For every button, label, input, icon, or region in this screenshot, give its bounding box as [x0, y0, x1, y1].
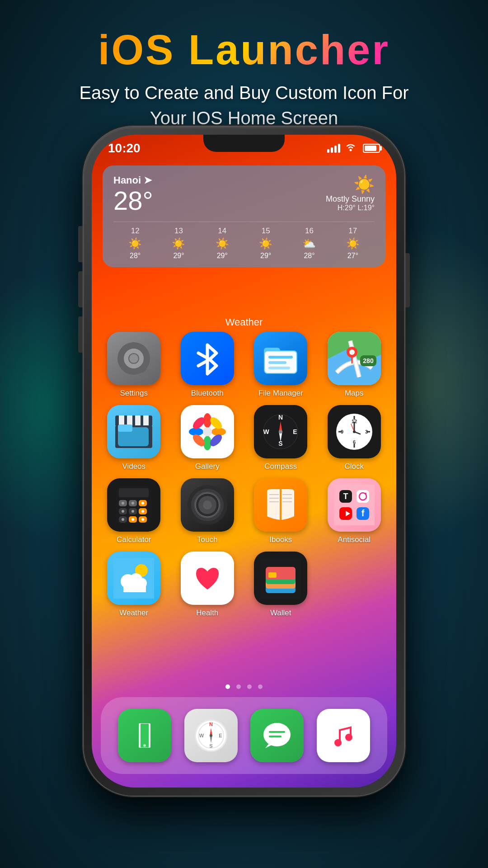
- svg-rect-5: [132, 368, 136, 375]
- weather-forecast: 12 ☀️ 28° 13 ☀️ 29° 14 ☀️ 29°: [113, 222, 375, 260]
- forecast-day-6: 17 ☀️ 27°: [331, 226, 375, 260]
- weather-app-icon: [107, 552, 160, 605]
- app-health[interactable]: Health: [173, 552, 243, 618]
- svg-rect-17: [268, 361, 286, 364]
- svg-point-85: [131, 518, 134, 521]
- svg-point-86: [141, 518, 144, 521]
- maps-icon: 280: [328, 332, 381, 385]
- antisocial-icon: T f: [328, 478, 381, 532]
- clock-label: Clock: [344, 462, 364, 471]
- svg-text:E: E: [219, 733, 222, 738]
- svg-point-42: [203, 427, 212, 436]
- touch-icon: [181, 478, 234, 532]
- svg-text:E: E: [293, 428, 297, 435]
- svg-point-52: [279, 430, 282, 434]
- dock-safari[interactable]: N E S W: [184, 709, 238, 762]
- svg-point-12: [129, 354, 138, 363]
- wifi-icon: [345, 142, 357, 154]
- svg-point-78: [122, 502, 124, 505]
- app-clock[interactable]: 12 3 6 9 Clock: [319, 405, 389, 471]
- svg-point-82: [131, 510, 134, 513]
- svg-point-79: [131, 502, 134, 505]
- status-time: 10:20: [108, 141, 141, 156]
- app-gallery[interactable]: Gallery: [173, 405, 243, 471]
- svg-text:W: W: [199, 733, 204, 738]
- svg-rect-100: [334, 485, 375, 525]
- dock-phone[interactable]: [118, 709, 171, 762]
- weather-temp: 28°: [113, 186, 153, 215]
- forecast-day-2: 13 ☀️ 29°: [157, 226, 200, 260]
- status-icons: [327, 142, 380, 154]
- app-calculator[interactable]: Calculator: [99, 478, 169, 544]
- svg-point-83: [141, 510, 144, 513]
- svg-rect-7: [144, 357, 150, 360]
- gallery-label: Gallery: [195, 462, 220, 471]
- svg-text:280: 280: [363, 357, 374, 364]
- app-wallet[interactable]: Wallet: [246, 552, 316, 618]
- svg-point-84: [122, 518, 124, 521]
- app-filemanager[interactable]: File Manager: [246, 332, 316, 398]
- app-videos[interactable]: Videos: [99, 405, 169, 471]
- videos-icon: [107, 405, 160, 458]
- svg-point-105: [365, 493, 366, 495]
- compass-label: Compass: [264, 462, 297, 471]
- svg-text:S: S: [209, 743, 212, 749]
- svg-rect-18: [268, 367, 290, 369]
- svg-rect-122: [268, 572, 277, 578]
- forecast-day-4: 15 ☀️ 29°: [244, 226, 287, 260]
- wallet-label: Wallet: [270, 609, 291, 618]
- dot-1[interactable]: [225, 684, 230, 689]
- app-bluetooth[interactable]: Bluetooth: [173, 332, 243, 398]
- battery-icon: [363, 144, 380, 153]
- app-title: iOS Launcher: [0, 27, 488, 73]
- signal-icon: [327, 144, 340, 153]
- weather-hilo: H:29° L:19°: [326, 204, 375, 212]
- maps-label: Maps: [345, 389, 364, 398]
- svg-rect-29: [143, 415, 149, 426]
- antisocial-label: Antisocial: [338, 535, 371, 544]
- weather-condition: Mostly Sunny: [326, 194, 375, 204]
- weather-city: Hanoi ➤: [113, 175, 153, 186]
- app-maps[interactable]: 280 Maps: [319, 332, 389, 398]
- svg-point-123: [143, 744, 146, 747]
- svg-point-137: [345, 734, 352, 741]
- svg-text:N: N: [278, 414, 283, 421]
- phone-outer: 10:20: [84, 127, 404, 796]
- app-settings[interactable]: Settings: [99, 332, 169, 398]
- dot-4[interactable]: [258, 684, 263, 689]
- apps-grid: Settings Bluetooth: [99, 332, 389, 618]
- dock-music[interactable]: [317, 709, 370, 762]
- svg-text:T: T: [343, 492, 348, 501]
- gallery-icon: [181, 405, 234, 458]
- svg-point-136: [334, 739, 342, 746]
- settings-icon: [107, 332, 160, 385]
- weather-top: Hanoi ➤ 28° ☀️ Mostly Sunny H:29° L:19°: [113, 175, 375, 215]
- svg-rect-68: [119, 488, 149, 497]
- forecast-day-5: 16 ⛅ 28°: [287, 226, 331, 260]
- ibooks-label: Ibooks: [269, 535, 292, 544]
- phone-frame: 10:20: [84, 127, 404, 796]
- svg-point-92: [203, 500, 212, 509]
- app-ibooks[interactable]: Ibooks: [246, 478, 316, 544]
- dock-messages[interactable]: [250, 709, 304, 762]
- app-subtitle: Easy to Create and Buy Custom Icon ForYo…: [0, 80, 488, 131]
- svg-rect-16: [268, 356, 293, 359]
- app-touch[interactable]: Touch: [173, 478, 243, 544]
- svg-rect-4: [132, 342, 136, 349]
- app-compass[interactable]: N S W E Compass: [246, 405, 316, 471]
- page-dots: [92, 684, 396, 689]
- dock: N E S W: [101, 697, 387, 774]
- filemanager-label: File Manager: [258, 389, 303, 398]
- forecast-day-1: 12 ☀️ 28°: [113, 226, 157, 260]
- svg-point-134: [263, 723, 291, 746]
- weather-right: ☀️ Mostly Sunny H:29° L:19°: [326, 175, 375, 212]
- compass-icon: N S W E: [254, 405, 307, 458]
- app-antisocial[interactable]: T f Antisocial: [319, 478, 389, 544]
- svg-point-81: [122, 510, 124, 513]
- svg-point-133: [210, 734, 212, 737]
- svg-rect-28: [135, 415, 141, 426]
- dot-2[interactable]: [236, 684, 241, 689]
- dot-3[interactable]: [247, 684, 252, 689]
- weather-widget[interactable]: Hanoi ➤ 28° ☀️ Mostly Sunny H:29° L:19° …: [103, 165, 385, 267]
- app-weather[interactable]: Weather: [99, 552, 169, 618]
